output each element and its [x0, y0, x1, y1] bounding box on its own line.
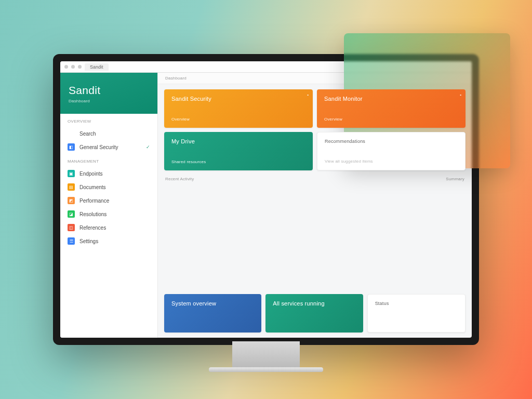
browser-tab[interactable]: Sandit [85, 63, 109, 71]
card-status[interactable]: Status [367, 294, 466, 332]
sidebar-item-search[interactable]: ▶Search [60, 127, 157, 140]
sidebar-item-label: General Security [79, 144, 118, 150]
window-dot [78, 65, 82, 69]
card-meta: View all suggested items [325, 159, 458, 164]
sidebar-item-label: Resolutions [79, 211, 107, 217]
endpoints-icon: ▣ [68, 170, 75, 177]
settings-icon: ☰ [68, 237, 75, 245]
card-title: All services running [273, 300, 355, 307]
sidebar-item-endpoints[interactable]: ▣Endpoints [60, 167, 157, 180]
sidebar-item-label: Documents [79, 184, 106, 190]
sidebar-item-label: Endpoints [79, 171, 102, 177]
section-recent: Recent Activity [165, 177, 194, 288]
performance-icon: ◩ [68, 197, 75, 204]
card-title: Recommendations [325, 139, 458, 144]
app-name: Sandit [69, 84, 149, 97]
main-content: Dashboard • Sandit Security Overview • S… [158, 73, 472, 338]
general-security-icon: ◧ [68, 143, 75, 151]
sidebar-item-documents[interactable]: ▤Documents [60, 180, 157, 194]
card-meta: Overview [171, 117, 305, 122]
card-meta: Shared resources [171, 159, 305, 164]
sidebar-item-label: Search [79, 131, 96, 137]
card-system-overview[interactable]: System overview [164, 294, 261, 332]
card-monitor[interactable]: • Sandit Monitor Overview [317, 89, 466, 128]
sidebar-item-label: Settings [79, 238, 98, 244]
card-security[interactable]: • Sandit Security Overview [164, 89, 313, 128]
card-drive[interactable]: My Drive Shared resources [164, 132, 313, 170]
card-menu-icon[interactable]: • [307, 92, 309, 97]
search-icon: ▶ [68, 130, 75, 137]
sidebar-item-label: Performance [79, 198, 109, 204]
sidebar-item-performance[interactable]: ◩Performance [60, 194, 157, 207]
sidebar: Sandit Dashboard Overview ▶Search◧Genera… [60, 73, 158, 338]
documents-icon: ▤ [68, 183, 75, 191]
card-services[interactable]: All services running [265, 294, 363, 332]
card-recommendations[interactable]: Recommendations View all suggested items [317, 132, 466, 170]
app-subtitle: Dashboard [69, 99, 149, 103]
section-summary: Summary [446, 177, 464, 288]
brand-block: Sandit Dashboard [60, 73, 157, 114]
card-meta: Overview [324, 117, 458, 122]
sidebar-section-management: Management [60, 154, 157, 167]
sidebar-item-label: References [79, 225, 106, 231]
card-title: Status [375, 301, 458, 306]
window-dot [64, 65, 68, 69]
sidebar-section-overview: Overview [60, 114, 157, 127]
card-menu-icon[interactable]: • [460, 92, 461, 97]
card-title: My Drive [171, 138, 305, 144]
page-heading: Dashboard [158, 73, 472, 84]
monitor-stand [232, 341, 300, 370]
browser-chrome: Sandit [60, 61, 472, 73]
card-title: Sandit Monitor [324, 96, 458, 102]
card-title: System overview [171, 300, 254, 307]
sidebar-item-general-security[interactable]: ◧General Security✓ [60, 140, 157, 154]
resolutions-icon: ◪ [68, 210, 75, 218]
sidebar-item-settings[interactable]: ☰Settings [60, 234, 157, 248]
references-icon: ◫ [68, 224, 75, 231]
sidebar-item-resolutions[interactable]: ◪Resolutions [60, 207, 157, 221]
check-icon: ✓ [146, 144, 150, 150]
card-title: Sandit Security [171, 96, 305, 102]
window-dot [71, 65, 75, 69]
sidebar-item-references[interactable]: ◫References [60, 221, 157, 234]
